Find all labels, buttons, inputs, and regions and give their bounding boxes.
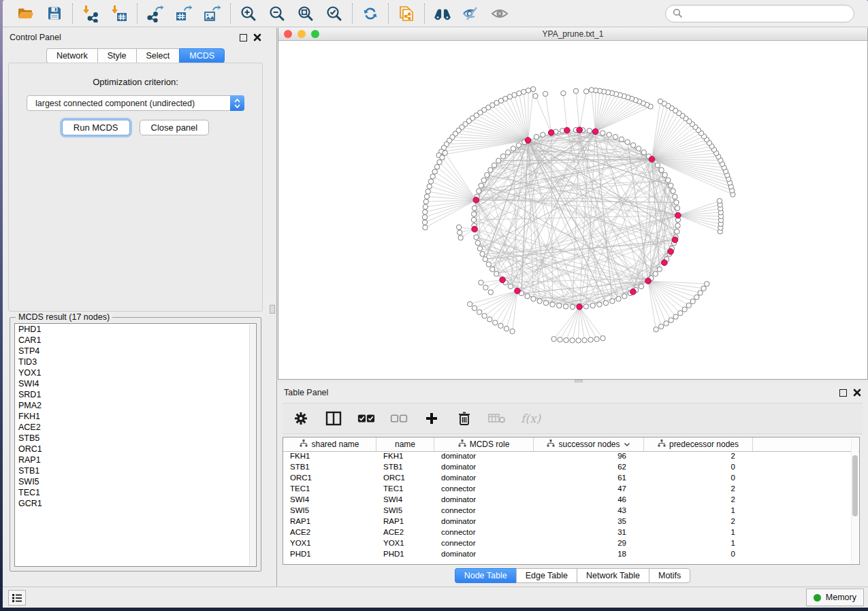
save-session-icon[interactable] xyxy=(45,4,64,23)
table-row[interactable]: PHD1PHD1dominator180 xyxy=(283,550,859,561)
network-node[interactable] xyxy=(475,240,480,245)
network-node[interactable] xyxy=(525,294,530,299)
network-node[interactable] xyxy=(492,163,496,167)
column-header-successor-nodes[interactable]: successor nodes xyxy=(534,437,644,451)
mcds-result-item[interactable]: PHD1 xyxy=(15,324,256,335)
mcds-result-item[interactable]: STP4 xyxy=(15,346,256,357)
network-hub-node[interactable] xyxy=(672,237,678,243)
network-hub-node[interactable] xyxy=(645,278,652,284)
mcds-result-item[interactable]: YOX1 xyxy=(15,367,256,378)
network-node[interactable] xyxy=(657,267,662,271)
delete-column-icon[interactable] xyxy=(455,410,473,427)
apply-layout-icon[interactable] xyxy=(361,4,380,23)
network-node[interactable] xyxy=(474,235,479,240)
network-node[interactable] xyxy=(669,183,673,188)
network-node[interactable] xyxy=(673,314,678,319)
network-node[interactable] xyxy=(533,93,538,98)
network-node[interactable] xyxy=(440,155,445,160)
network-hub-node[interactable] xyxy=(577,127,583,133)
network-node[interactable] xyxy=(443,150,447,155)
network-node[interactable] xyxy=(675,223,680,228)
network-node[interactable] xyxy=(488,167,493,172)
network-node[interactable] xyxy=(582,337,587,342)
network-node[interactable] xyxy=(630,143,635,148)
network-hub-node[interactable] xyxy=(668,248,674,254)
column-header-predecessor-nodes[interactable]: predecessor nodes xyxy=(644,437,753,451)
network-node[interactable] xyxy=(543,301,548,306)
network-node[interactable] xyxy=(564,337,568,342)
table-row[interactable]: ACE2ACE2connector311 xyxy=(283,528,859,539)
export-network-icon[interactable] xyxy=(146,4,165,23)
network-node[interactable] xyxy=(717,199,722,203)
table-settings-icon[interactable] xyxy=(292,410,310,427)
network-node[interactable] xyxy=(494,271,499,276)
network-node[interactable] xyxy=(488,290,493,295)
network-node[interactable] xyxy=(674,200,679,205)
network-node[interactable] xyxy=(655,163,660,167)
network-node[interactable] xyxy=(500,154,505,159)
network-node[interactable] xyxy=(550,302,555,307)
network-node[interactable] xyxy=(428,179,433,184)
network-node[interactable] xyxy=(557,303,562,308)
network-node[interactable] xyxy=(496,159,501,163)
network-node[interactable] xyxy=(666,178,671,182)
network-node[interactable] xyxy=(472,205,477,210)
mcds-result-list[interactable]: PHD1CAR1STP4TID3YOX1SWI4SRD1PMA2FKH1ACE2… xyxy=(14,323,257,567)
table-row[interactable]: ORC1ORC1dominator610 xyxy=(283,474,859,484)
close-panel-button[interactable]: Close panel xyxy=(140,120,210,135)
network-node[interactable] xyxy=(658,99,662,103)
network-node[interactable] xyxy=(422,220,427,225)
network-node[interactable] xyxy=(682,307,687,312)
tab-mcds[interactable]: MCDS xyxy=(179,48,225,63)
network-node[interactable] xyxy=(610,299,615,303)
network-node[interactable] xyxy=(472,212,477,216)
network-node[interactable] xyxy=(675,229,679,234)
network-node[interactable] xyxy=(597,302,602,307)
network-hub-node[interactable] xyxy=(500,277,506,283)
network-node[interactable] xyxy=(573,88,578,93)
network-node[interactable] xyxy=(493,320,498,325)
network-node[interactable] xyxy=(480,252,485,257)
network-node[interactable] xyxy=(600,335,605,340)
create-column-icon[interactable] xyxy=(423,410,440,427)
network-node[interactable] xyxy=(487,317,492,322)
network-hub-node[interactable] xyxy=(515,288,521,294)
network-node[interactable] xyxy=(543,91,547,96)
table-scrollbar-thumb[interactable] xyxy=(852,455,858,516)
network-node[interactable] xyxy=(423,210,428,214)
network-node[interactable] xyxy=(607,132,611,137)
network-window-titlebar[interactable]: YPA_prune.txt_1 xyxy=(278,28,867,41)
window-minimize-icon[interactable] xyxy=(298,30,306,38)
network-hub-node[interactable] xyxy=(577,304,583,310)
table-row[interactable]: FKH1FKH1dominator962 xyxy=(283,452,859,463)
network-node[interactable] xyxy=(625,139,630,144)
network-node[interactable] xyxy=(424,194,429,199)
float-table-panel-icon[interactable] xyxy=(839,389,847,397)
network-node[interactable] xyxy=(483,257,487,261)
mcds-result-item[interactable]: ORC1 xyxy=(15,444,256,455)
network-hub-node[interactable] xyxy=(630,289,637,295)
network-node[interactable] xyxy=(690,299,695,303)
network-node[interactable] xyxy=(653,271,658,276)
show-all-icon[interactable] xyxy=(490,4,509,23)
mcds-result-item[interactable]: TEC1 xyxy=(15,487,256,498)
mcds-result-item[interactable]: SWI5 xyxy=(15,476,256,487)
vertical-splitter-handle[interactable] xyxy=(270,305,275,314)
network-node[interactable] xyxy=(570,338,575,343)
network-node[interactable] xyxy=(422,215,427,220)
network-node[interactable] xyxy=(504,326,509,331)
network-node[interactable] xyxy=(477,188,481,193)
table-row[interactable]: RAP1RAP1dominator352 xyxy=(283,517,859,528)
mcds-result-item[interactable]: STB5 xyxy=(15,433,256,444)
float-panel-icon[interactable] xyxy=(240,34,247,42)
network-node[interactable] xyxy=(654,327,658,332)
mcds-result-item[interactable]: SRD1 xyxy=(15,389,256,400)
network-hub-node[interactable] xyxy=(473,197,479,203)
export-image-icon[interactable] xyxy=(203,4,222,23)
import-network-icon[interactable] xyxy=(81,4,100,23)
tab-motifs[interactable]: Motifs xyxy=(649,568,690,583)
network-node[interactable] xyxy=(636,146,641,151)
network-hub-node[interactable] xyxy=(564,127,570,133)
network-node[interactable] xyxy=(423,225,428,230)
network-hub-node[interactable] xyxy=(525,137,531,144)
